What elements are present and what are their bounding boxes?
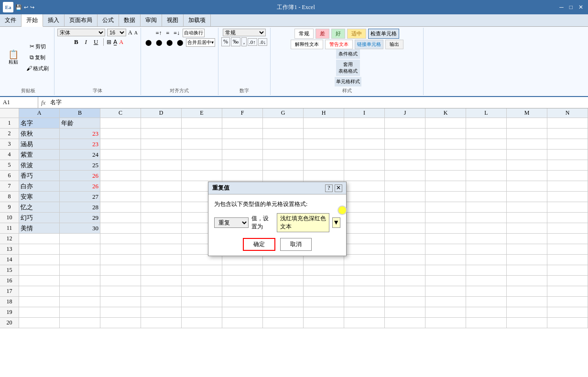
- dialog-cancel-button[interactable]: 取消: [280, 238, 312, 251]
- dialog-controls: ? ✕: [325, 184, 342, 192]
- dialog-help-btn[interactable]: ?: [325, 184, 333, 192]
- dialog-overlay: 重复值 ? ✕ 为包含以下类型值的单元格设置格式: 重复 值，设置为 浅红填充色…: [0, 0, 588, 377]
- duplicate-type-select[interactable]: 重复: [214, 217, 249, 228]
- dialog-ok-button[interactable]: 确定: [243, 238, 275, 251]
- value-label: 值，设置为: [251, 215, 274, 231]
- dialog-title-bar: 重复值 ? ✕: [208, 182, 346, 194]
- dialog-buttons: 确定 取消: [214, 238, 340, 251]
- dialog-desc: 为包含以下类型值的单元格设置格式:: [214, 200, 340, 208]
- dialog-body: 为包含以下类型值的单元格设置格式: 重复 值，设置为 浅红填充色深红色文本 ▼ …: [208, 194, 346, 256]
- dialog-title: 重复值: [212, 184, 229, 192]
- format-preview-box: 浅红填充色深红色文本: [277, 213, 329, 232]
- duplicate-values-dialog: 重复值 ? ✕ 为包含以下类型值的单元格设置格式: 重复 值，设置为 浅红填充色…: [208, 182, 347, 256]
- dialog-options-row: 重复 值，设置为 浅红填充色深红色文本 ▼: [214, 213, 340, 232]
- format-picker-btn[interactable]: ▼: [332, 217, 341, 228]
- dialog-close-btn[interactable]: ✕: [335, 184, 342, 192]
